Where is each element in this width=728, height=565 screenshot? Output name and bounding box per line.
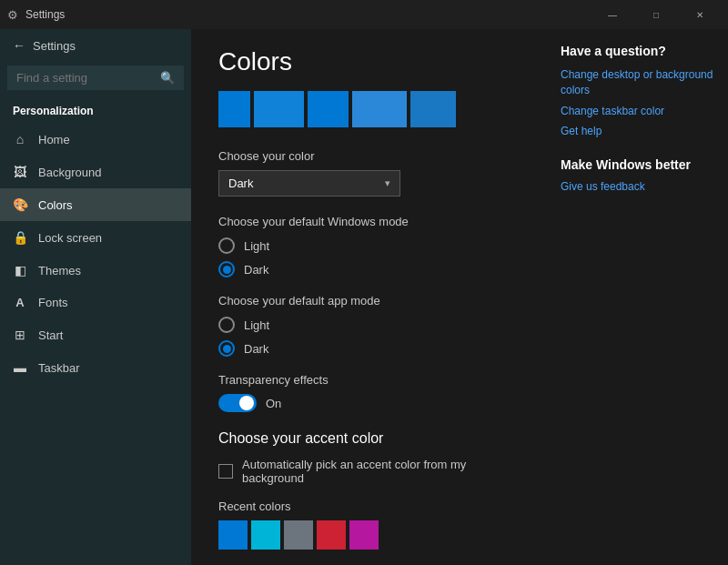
right-panel: Have a question? Change desktop or backg… xyxy=(546,29,728,565)
sidebar: ← Settings 🔍 Personalization ⌂ Home 🖼 Ba… xyxy=(0,29,191,565)
colors-icon: 🎨 xyxy=(13,197,27,212)
sidebar-item-background-label: Background xyxy=(38,166,101,179)
taskbar-icon: ▬ xyxy=(13,360,27,375)
transparency-toggle-row: On xyxy=(218,394,519,412)
sidebar-item-home-label: Home xyxy=(38,133,70,146)
recent-swatch[interactable] xyxy=(317,520,346,550)
auto-accent-label: Automatically pick an accent color from … xyxy=(242,458,519,485)
app-mode-label: Choose your default app mode xyxy=(218,294,519,308)
home-icon: ⌂ xyxy=(13,132,27,146)
sidebar-item-taskbar-label: Taskbar xyxy=(38,361,80,375)
windows-mode-light-radio[interactable] xyxy=(218,237,235,254)
sidebar-item-fonts-label: Fonts xyxy=(38,296,68,309)
search-box: 🔍 xyxy=(7,66,184,90)
page-title: Colors xyxy=(218,47,519,76)
sidebar-item-start-label: Start xyxy=(38,328,63,342)
app-mode-dark-label: Dark xyxy=(244,342,268,356)
background-icon: 🖼 xyxy=(13,165,27,179)
recent-swatch[interactable] xyxy=(284,520,313,550)
back-arrow-icon: ← xyxy=(13,38,25,53)
accent-section: Choose your accent color Automatically p… xyxy=(218,430,519,565)
color-preview xyxy=(218,91,519,127)
link-get-help[interactable]: Get help xyxy=(561,124,713,139)
color-dropdown-value: Dark xyxy=(228,177,253,190)
make-better-heading: Make Windows better xyxy=(561,157,713,172)
link-feedback[interactable]: Give us feedback xyxy=(561,179,713,195)
have-question-heading: Have a question? xyxy=(561,44,713,58)
windows-mode-dark-label: Dark xyxy=(244,263,268,277)
windows-mode-label: Choose your default Windows mode xyxy=(218,215,519,228)
radio-inner-fill xyxy=(223,266,231,274)
personalization-label: Personalization xyxy=(0,97,191,123)
recent-swatches xyxy=(218,520,519,550)
windows-mode-light[interactable]: Light xyxy=(218,237,519,254)
auto-accent-checkbox[interactable] xyxy=(218,464,233,479)
maximize-button[interactable]: □ xyxy=(635,0,677,29)
transparency-toggle[interactable] xyxy=(218,394,257,412)
link-desktop-colors[interactable]: Change desktop or background colors xyxy=(561,67,713,98)
preview-bar-1 xyxy=(218,91,250,127)
windows-mode-light-label: Light xyxy=(244,239,269,253)
preview-bar-4 xyxy=(352,91,407,127)
search-input[interactable] xyxy=(16,71,155,85)
titlebar: ⚙ Settings — □ ✕ xyxy=(0,0,728,29)
sidebar-back-button[interactable]: ← Settings xyxy=(0,29,191,62)
transparency-toggle-label: On xyxy=(266,397,281,410)
preview-bar-3 xyxy=(308,91,349,127)
sidebar-item-start[interactable]: ⊞ Start xyxy=(0,318,191,351)
radio-inner-app-fill xyxy=(223,345,231,353)
fonts-icon: A xyxy=(13,296,27,309)
choose-color-label: Choose your color xyxy=(218,149,519,163)
accent-title: Choose your accent color xyxy=(218,430,519,447)
choose-color-container: Choose your color Dark ▾ xyxy=(218,149,519,197)
themes-icon: ◧ xyxy=(13,263,27,277)
link-taskbar-color[interactable]: Change taskbar color xyxy=(561,104,713,119)
windows-mode-dark-radio[interactable] xyxy=(218,261,235,277)
preview-bar-5 xyxy=(410,91,456,127)
color-dropdown[interactable]: Dark ▾ xyxy=(218,170,400,197)
recent-colors-label: Recent colors xyxy=(218,499,519,513)
app-mode-light-radio[interactable] xyxy=(218,317,235,333)
sidebar-item-themes[interactable]: ◧ Themes xyxy=(0,254,191,287)
search-icon: 🔍 xyxy=(160,71,175,85)
sidebar-item-themes-label: Themes xyxy=(38,264,81,277)
windows-mode-dark[interactable]: Dark xyxy=(218,261,519,277)
app-mode-section: Choose your default app mode Light Dark xyxy=(218,294,519,357)
sidebar-item-lockscreen[interactable]: 🔒 Lock screen xyxy=(0,221,191,254)
start-icon: ⊞ xyxy=(13,328,27,342)
close-button[interactable]: ✕ xyxy=(679,0,721,29)
recent-swatch[interactable] xyxy=(251,520,280,550)
app-mode-dark[interactable]: Dark xyxy=(218,340,519,357)
sidebar-item-lockscreen-label: Lock screen xyxy=(38,231,102,245)
sidebar-item-colors-label: Colors xyxy=(38,198,73,212)
recent-swatch[interactable] xyxy=(349,520,379,550)
transparency-label: Transparency effects xyxy=(218,373,519,387)
auto-accent-row: Automatically pick an accent color from … xyxy=(218,458,519,485)
recent-swatch[interactable] xyxy=(218,520,248,550)
app-mode-dark-radio[interactable] xyxy=(218,340,235,357)
app-container: ← Settings 🔍 Personalization ⌂ Home 🖼 Ba… xyxy=(0,29,728,565)
sidebar-item-background[interactable]: 🖼 Background xyxy=(0,156,191,188)
lock-icon: 🔒 xyxy=(13,230,27,245)
sidebar-item-taskbar[interactable]: ▬ Taskbar xyxy=(0,351,191,384)
toggle-thumb xyxy=(239,396,254,410)
transparency-section: Transparency effects On xyxy=(218,373,519,412)
titlebar-controls: — □ ✕ xyxy=(592,0,721,29)
app-mode-light-label: Light xyxy=(244,318,269,332)
windows-mode-section: Choose your default Windows mode Light D… xyxy=(218,215,519,277)
minimize-button[interactable]: — xyxy=(592,0,633,29)
preview-bar-2 xyxy=(254,91,304,127)
main-content: Colors Choose your color Dark ▾ Choose y… xyxy=(191,29,546,565)
sidebar-item-fonts[interactable]: A Fonts xyxy=(0,287,191,318)
sidebar-item-home[interactable]: ⌂ Home xyxy=(0,123,191,156)
sidebar-item-colors[interactable]: 🎨 Colors xyxy=(0,188,191,221)
app-mode-light[interactable]: Light xyxy=(218,317,519,333)
dropdown-arrow-icon: ▾ xyxy=(385,177,390,189)
sidebar-back-label: Settings xyxy=(33,39,76,53)
settings-icon: ⚙ xyxy=(7,8,18,22)
titlebar-title: Settings xyxy=(25,8,65,21)
